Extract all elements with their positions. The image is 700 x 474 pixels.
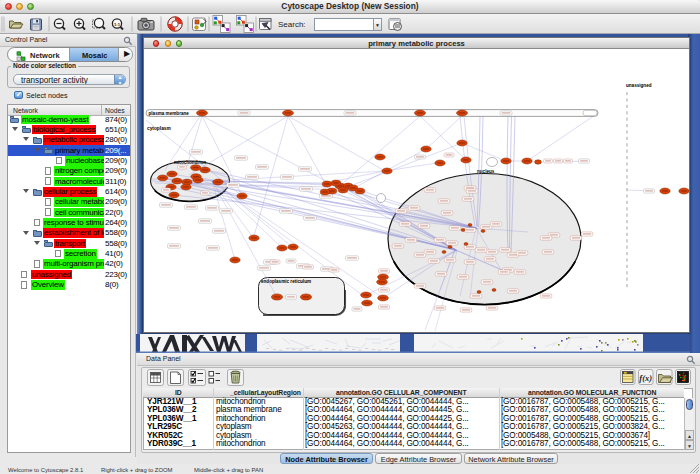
svg-text:f(x): f(x) [639, 373, 652, 383]
svg-text:unassigned: unassigned [626, 83, 652, 88]
svg-text:plasma membrane: plasma membrane [149, 111, 190, 116]
svg-text:nucleus: nucleus [477, 169, 495, 174]
svg-text:1:1: 1:1 [114, 21, 121, 26]
svg-text:Search:: Search: [278, 19, 306, 28]
svg-text:endoplasmic reticulum: endoplasmic reticulum [261, 279, 311, 284]
